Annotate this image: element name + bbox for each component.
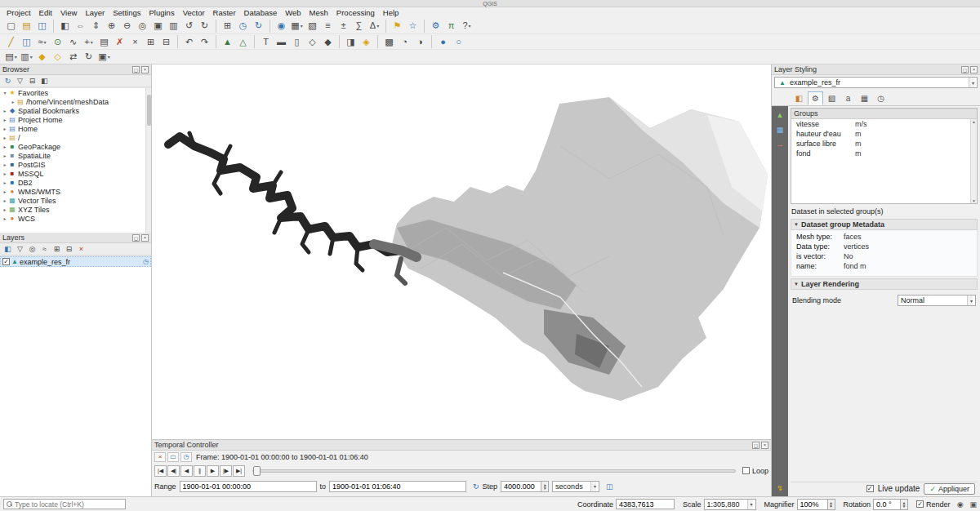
blending-combo[interactable]: Normal ▾ [898, 295, 976, 306]
step-spinner[interactable]: ▲▼ [541, 481, 549, 492]
menu-item[interactable]: Web [281, 8, 305, 17]
history-tab[interactable]: ◷ [873, 91, 889, 105]
toggle-editing-icon[interactable]: ╱ [3, 35, 19, 48]
expander-icon[interactable]: ▸ [2, 198, 8, 203]
mesh-table-tab[interactable]: ▦ [857, 91, 872, 105]
expander-icon[interactable]: ▸ [2, 126, 8, 131]
expander-icon[interactable]: ▸ [2, 144, 8, 149]
redo-icon[interactable]: ↷ [197, 35, 212, 48]
browser-item[interactable]: ▸ ■ GeoPackage [0, 142, 151, 151]
manage-map-themes-icon[interactable]: ◎ [26, 244, 38, 255]
measure-icon[interactable]: Δ [367, 20, 382, 33]
range-end-input[interactable] [329, 481, 466, 492]
expander-icon[interactable]: ▸ [2, 117, 8, 122]
undock-icon[interactable]: ◻ [752, 442, 760, 449]
menu-item[interactable]: Settings [109, 8, 145, 17]
move-label-icon[interactable]: ⇄ [65, 51, 81, 64]
locator-input[interactable] [15, 500, 122, 509]
digitize-with-segment-icon[interactable]: ≈ [34, 35, 50, 48]
rotate-label-icon[interactable]: ↻ [81, 51, 96, 64]
layer-styling-toggle-icon[interactable]: ◨ [339, 35, 359, 48]
web-toolbar-icon[interactable]: ● [431, 35, 451, 48]
expander-icon[interactable]: ▸ [2, 180, 8, 185]
messages-icon[interactable]: ▣ [969, 500, 977, 509]
text-annotation-icon[interactable]: ▬ [274, 35, 289, 48]
label-pin-icon[interactable]: ◈ [359, 35, 374, 48]
play-backward-button[interactable]: ◀ [180, 465, 193, 477]
expander-icon[interactable]: ▾ [2, 90, 8, 96]
help-contents-icon[interactable]: ? [459, 20, 474, 33]
form-annotation-icon[interactable]: ▯ [289, 35, 305, 48]
modify-attributes-icon[interactable]: ▤ [96, 35, 112, 48]
crs-badge-icon[interactable]: ◉ [957, 500, 964, 509]
processing-toolbox-icon[interactable]: ⚙ [424, 20, 443, 33]
scale-combo[interactable]: 1:305,880 ▾ [704, 499, 756, 510]
pin-labels-icon[interactable]: ◆ [34, 51, 50, 64]
browser-item[interactable]: ▸ ● WMS/WMTS [0, 187, 151, 196]
menu-item[interactable]: Mesh [305, 8, 332, 17]
copy-features-icon[interactable]: ⊞ [143, 35, 158, 48]
paste-features-icon[interactable]: ⊟ [158, 35, 174, 48]
browser-item[interactable]: ▸ ▦ XYZ Tiles [0, 205, 151, 214]
histogram-stretch-icon[interactable]: ◔ [397, 35, 412, 48]
select-features-icon[interactable]: ▦ [289, 20, 305, 33]
expander-icon[interactable]: ▸ [2, 108, 8, 113]
range-start-input[interactable] [180, 481, 317, 492]
browser-scrollbar[interactable] [145, 88, 151, 233]
step-unit-combo[interactable]: seconds ▾ [552, 481, 599, 492]
browser-item[interactable]: ▸ ■ SpatiaLite [0, 151, 151, 160]
browser-item[interactable]: ▸ ▤ Project Home [0, 115, 151, 124]
browser-item[interactable]: ▸ ▤ / [0, 133, 151, 142]
expander-icon[interactable]: ▸ [2, 207, 8, 212]
menu-item[interactable]: Processing [332, 8, 379, 17]
pan-to-selection-icon[interactable]: ⇕ [88, 20, 104, 33]
layer-item-example-res-fr[interactable]: ✓ ▲ example_res_fr ◷ [0, 256, 151, 267]
html-annotation-icon[interactable]: ◇ [305, 35, 320, 48]
rendering-section-header[interactable]: ▼ Layer Rendering [791, 278, 978, 290]
filter-legend-icon[interactable]: ▽ [14, 244, 26, 255]
mesh-contours-tab[interactable]: ▦ [774, 124, 786, 135]
refresh-map-icon[interactable]: ↻ [251, 20, 266, 33]
zoom-last-icon[interactable]: ↺ [181, 20, 197, 33]
remove-layer-icon[interactable]: × [75, 244, 87, 255]
mesh-vectors-tab[interactable]: → [774, 139, 786, 149]
show-bookmarks-icon[interactable]: ☆ [405, 20, 421, 33]
groups-scrollbar[interactable]: ▲▼ [970, 119, 977, 203]
play-forward-button[interactable]: ▶ [207, 465, 219, 477]
dataset-group-row[interactable]: fond m [791, 149, 977, 158]
close-icon[interactable]: × [970, 66, 978, 73]
vertex-tool-icon[interactable]: + [81, 35, 96, 48]
browser-item[interactable]: ▸ ● WCS [0, 214, 151, 223]
menu-item[interactable]: Raster [209, 8, 240, 17]
close-icon[interactable]: × [141, 66, 149, 73]
zoom-next-icon[interactable]: ↻ [197, 20, 212, 33]
layer-diagram-options-icon[interactable]: ▥ [19, 51, 34, 64]
live-update-checkbox[interactable]: ✓ [866, 485, 874, 492]
zoom-to-layer-icon[interactable]: ▥ [166, 20, 181, 33]
style-manager-icon[interactable]: ◧ [53, 20, 73, 33]
zoom-full-icon[interactable]: ◎ [135, 20, 150, 33]
browser-item[interactable]: ▸ ▤ Home [0, 124, 151, 133]
rotation-input[interactable] [873, 499, 901, 510]
render-checkbox[interactable]: ✓ [916, 500, 924, 508]
map-canvas[interactable] [152, 64, 771, 439]
open-layer-styling-icon[interactable]: ◧ [2, 244, 14, 255]
browser-item[interactable]: ▸ ▦ Vector Tiles [0, 196, 151, 205]
layer-select-combo[interactable]: ▲ example_res_fr ▾ [774, 77, 978, 88]
add-line-feature-icon[interactable]: ∿ [65, 35, 81, 48]
temporal-off-icon[interactable]: × [154, 452, 166, 462]
close-icon[interactable]: × [141, 234, 149, 242]
zoom-out-icon[interactable]: ⊖ [119, 20, 135, 33]
expander-icon[interactable]: ▸ [2, 171, 8, 176]
scrollbar-thumb[interactable] [147, 95, 151, 126]
cut-features-icon[interactable]: × [127, 35, 143, 48]
apply-button[interactable]: ✓ Appliquer [924, 483, 975, 495]
new-map-view-icon[interactable]: ⊞ [216, 20, 235, 33]
quick-help-icon[interactable]: ↯ [774, 482, 786, 493]
project-save-icon[interactable]: ◫ [34, 20, 50, 33]
filter-by-expression-icon[interactable]: ≈ [38, 244, 51, 255]
menu-item[interactable]: Database [240, 8, 282, 17]
new-bookmark-icon[interactable]: ⚑ [385, 20, 405, 33]
slider-handle[interactable] [253, 466, 261, 476]
magnifier-spinner[interactable]: ▲▼ [828, 499, 835, 510]
